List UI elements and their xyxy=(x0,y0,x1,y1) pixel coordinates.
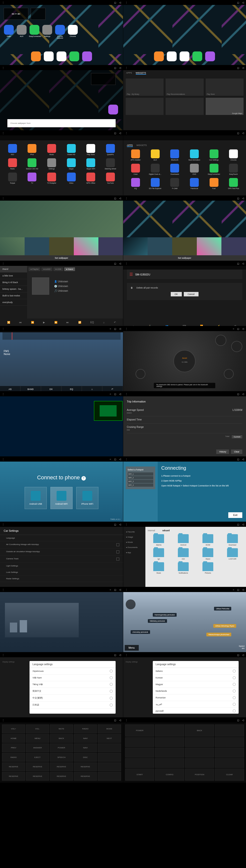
key-vol+[interactable]: VOL+ xyxy=(2,724,25,733)
key-prev[interactable]: PREV xyxy=(2,743,25,752)
app-easyconnected[interactable]: EasyConnected xyxy=(29,25,40,39)
key-config[interactable]: CONFIG xyxy=(155,769,184,781)
dock-app[interactable] xyxy=(43,52,54,62)
radio-btn-dx[interactable]: DX xyxy=(41,386,62,391)
lang-option[interactable]: русский xyxy=(153,708,239,714)
settings-item[interactable]: Radar Settings xyxy=(0,576,123,582)
key-back[interactable]: BACK xyxy=(50,734,73,743)
key-radio[interactable]: RADIO xyxy=(2,753,25,762)
app-settings[interactable]: Settings xyxy=(43,158,61,169)
key-vol-[interactable]: VOL- xyxy=(26,724,49,733)
app-skype-wifi[interactable]: Skype WiFi xyxy=(82,158,100,169)
folder-android[interactable]: Android xyxy=(172,534,194,546)
app-easytouch[interactable]: EasyTouch xyxy=(224,164,242,175)
app-radio[interactable]: Radio xyxy=(4,158,22,169)
key-navi[interactable]: NAVI xyxy=(74,743,97,752)
app-season-zen-hd[interactable]: Season Zen HD xyxy=(23,158,41,169)
source-tab[interactable]: ● Playlist xyxy=(29,267,40,271)
key-empty[interactable] xyxy=(155,737,184,747)
connect-opt-android-usb[interactable]: Android USB xyxy=(25,487,47,509)
key-disc[interactable]: DISC xyxy=(74,753,97,762)
file-cat[interactable]: ▸ Movie xyxy=(123,539,145,545)
app-boot-animation[interactable]: Boot Animation xyxy=(185,149,203,161)
folder-alarms[interactable]: Alarms xyxy=(148,534,170,546)
file-cat[interactable]: ▸ Documents xyxy=(123,545,145,550)
ok-button[interactable]: OK xyxy=(171,292,182,297)
app-color[interactable]: Color xyxy=(127,164,145,175)
key-reserve[interactable]: RESERVE xyxy=(26,763,49,771)
file-cat[interactable]: ▸ App xyxy=(123,550,145,555)
total-tab[interactable]: Total xyxy=(225,435,229,438)
key-reserve[interactable]: RESERVE xyxy=(74,772,97,781)
app-wps-office[interactable]: WPS Office xyxy=(82,173,100,184)
key-clear[interactable]: CLEAR xyxy=(215,769,244,781)
key-empty[interactable] xyxy=(98,763,121,771)
app-ipod[interactable]: iPod xyxy=(23,144,41,155)
folder-ign[interactable]: ign xyxy=(148,548,170,560)
connect-opt-android-wifi[interactable]: Android WiFi xyxy=(50,487,73,509)
app-music[interactable]: Music xyxy=(43,144,61,155)
folder-music[interactable]: Music xyxy=(148,562,170,574)
wallpaper-thumb[interactable] xyxy=(0,237,25,255)
key-reserve[interactable]: RESERVE xyxy=(2,763,25,771)
folder-inand[interactable]: iNand xyxy=(197,548,219,560)
dock-app[interactable] xyxy=(82,52,93,62)
tab-apps[interactable]: APPS xyxy=(127,144,133,147)
app-dvd[interactable]: DVD xyxy=(185,164,203,175)
key-empty[interactable] xyxy=(155,758,184,768)
app-video[interactable]: Video xyxy=(63,173,80,184)
key-empty[interactable] xyxy=(215,758,244,768)
menu-button[interactable]: Menu xyxy=(125,645,139,651)
key-reserve[interactable]: RESERVE xyxy=(50,763,73,771)
widget-card[interactable]: Play - My library xyxy=(126,79,164,96)
key-position[interactable]: POSITION xyxy=(185,769,214,781)
app-aux[interactable]: AUX xyxy=(16,25,27,39)
hotspot-item[interactable]: WiFi_3 xyxy=(128,480,153,483)
contacts-icon[interactable]: 👥 xyxy=(165,325,168,326)
wallpaper-thumb[interactable] xyxy=(172,237,197,255)
key-mute[interactable]: MUTE xyxy=(50,724,73,733)
app-chrome[interactable]: Chrome xyxy=(67,25,78,39)
lang-option[interactable]: Magyar xyxy=(153,681,239,688)
key-next[interactable]: NEXT xyxy=(98,734,121,743)
wallpaper-thumb[interactable] xyxy=(197,237,221,255)
forward-icon[interactable]: ⏩ xyxy=(55,321,57,324)
wallpaper-thumb[interactable] xyxy=(221,237,246,255)
set-wallpaper-button[interactable]: Set wallpaper xyxy=(0,255,123,261)
tab-apps[interactable]: APPS xyxy=(126,72,132,74)
tab-sdcard[interactable]: sdcard xyxy=(162,529,170,532)
cancel-button[interactable]: Cancel xyxy=(184,292,199,297)
app-es-file-explorer[interactable]: ES File Explorer xyxy=(55,25,65,39)
key-power[interactable]: POWER xyxy=(50,743,73,752)
source-tab[interactable]: ● iNand xyxy=(64,267,75,271)
clock-widget[interactable] xyxy=(31,8,45,20)
key-back[interactable]: BACK xyxy=(185,724,214,737)
source-tab[interactable]: ● extSD xyxy=(41,267,52,271)
app-steering-wheel[interactable]: Steering wheel xyxy=(102,158,119,169)
key-home[interactable]: HOME xyxy=(2,734,25,743)
history-button[interactable]: History xyxy=(216,450,229,454)
key-speech[interactable]: SPEECH xyxy=(50,753,73,762)
key-eject[interactable]: EJECT xyxy=(26,753,49,762)
app-digital-clock-&...[interactable]: Digital Clock &... xyxy=(146,164,164,175)
back-icon[interactable]: ↶ xyxy=(114,321,116,324)
lang-option[interactable]: 简体中文 xyxy=(30,688,116,695)
back-icon[interactable]: ◁ xyxy=(119,1,121,4)
settings-item[interactable]: Air Conditioning linkage with AutoApp xyxy=(0,541,123,549)
connect-opt-iphone-wifi[interactable]: iPhone WiFi xyxy=(76,487,98,509)
app-es-file-explorer[interactable]: ES File Explorer xyxy=(146,178,164,189)
widget-card[interactable] xyxy=(126,98,164,115)
track-item[interactable]: Built to last-melee xyxy=(0,292,27,299)
settings-icon[interactable]: ⚙ xyxy=(234,325,236,326)
settings-item[interactable]: Outside air circulation linkage AutoApp xyxy=(0,549,123,556)
key-empty[interactable] xyxy=(185,737,214,747)
track-item[interactable]: a little love xyxy=(0,273,27,279)
dock-app[interactable] xyxy=(192,52,203,62)
key-empty[interactable] xyxy=(185,758,214,768)
sidebar-item[interactable]: Display settings xyxy=(0,660,28,664)
key-mode[interactable]: MODE xyxy=(98,724,121,733)
set-wallpaper-button[interactable]: Set wallpaper xyxy=(123,255,246,261)
key-empty[interactable] xyxy=(185,748,214,757)
track-item[interactable]: britney spears - ba... xyxy=(0,286,27,292)
music-widget[interactable]: ⏮ ▶ ⏭ xyxy=(4,8,28,20)
